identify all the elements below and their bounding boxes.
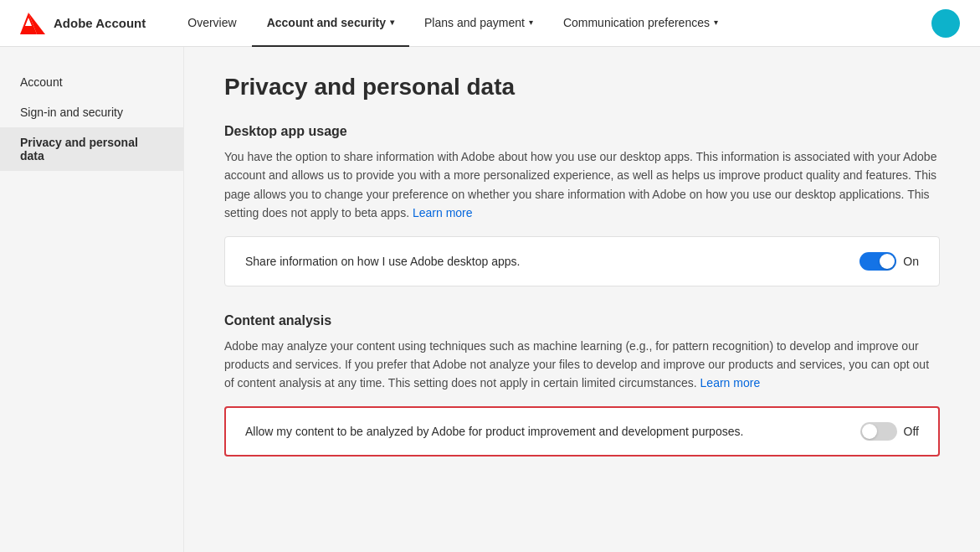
page-layout: Account Sign-in and security Privacy and… — [0, 47, 980, 552]
content-analysis-toggle-status: Off — [904, 425, 919, 438]
desktop-usage-toggle-status: On — [903, 255, 919, 268]
toggle-knob — [862, 424, 877, 439]
desktop-usage-learn-more-link[interactable]: Learn more — [413, 206, 473, 219]
content-analysis-toggle[interactable] — [860, 422, 897, 441]
desktop-app-usage-desc: You have the option to share information… — [224, 147, 940, 223]
header: Adobe Account Overview Account and secur… — [0, 0, 980, 47]
logo-text: Adobe Account — [54, 16, 146, 30]
sidebar-item-sign-in-security[interactable]: Sign-in and security — [0, 97, 183, 127]
content-analysis-toggle-label: Allow my content to be analyzed by Adobe… — [245, 425, 743, 438]
sidebar-item-privacy[interactable]: Privacy and personal data — [0, 127, 183, 171]
desktop-usage-toggle-card: Share information on how I use Adobe des… — [224, 236, 940, 286]
desktop-usage-toggle-right: On — [859, 252, 919, 271]
main-content: Privacy and personal data Desktop app us… — [184, 47, 980, 552]
nav-communication-prefs[interactable]: Communication preferences ▾ — [548, 0, 733, 47]
content-analysis-title: Content analysis — [224, 313, 940, 328]
nav-account-security[interactable]: Account and security ▾ — [252, 0, 409, 47]
content-analysis-toggle-right: Off — [860, 422, 919, 441]
user-avatar[interactable] — [931, 9, 960, 38]
desktop-usage-toggle-label: Share information on how I use Adobe des… — [245, 255, 520, 268]
sidebar-item-account[interactable]: Account — [0, 67, 183, 97]
desktop-app-usage-section: Desktop app usage You have the option to… — [224, 124, 940, 286]
nav-plans-payment[interactable]: Plans and payment ▾ — [409, 0, 548, 47]
nav-overview[interactable]: Overview — [172, 0, 251, 47]
content-analysis-learn-more-link[interactable]: Learn more — [700, 376, 761, 389]
desktop-app-usage-title: Desktop app usage — [224, 124, 940, 139]
chevron-down-icon: ▾ — [714, 18, 718, 27]
main-nav: Overview Account and security ▾ Plans an… — [172, 0, 931, 47]
adobe-logo-icon — [20, 13, 45, 34]
content-analysis-desc: Adobe may analyze your content using tec… — [224, 337, 940, 393]
content-analysis-toggle-card: Allow my content to be analyzed by Adobe… — [224, 406, 940, 457]
adobe-logo-link[interactable]: Adobe Account — [20, 13, 146, 34]
chevron-down-icon: ▾ — [529, 18, 533, 27]
toggle-knob — [880, 254, 895, 269]
toggle-track-off — [860, 422, 897, 441]
chevron-down-icon: ▾ — [390, 18, 394, 27]
content-analysis-section: Content analysis Adobe may analyze your … — [224, 313, 940, 457]
toggle-track-on — [859, 252, 896, 271]
desktop-usage-toggle[interactable] — [859, 252, 896, 271]
sidebar: Account Sign-in and security Privacy and… — [0, 47, 184, 552]
page-title: Privacy and personal data — [224, 74, 940, 101]
